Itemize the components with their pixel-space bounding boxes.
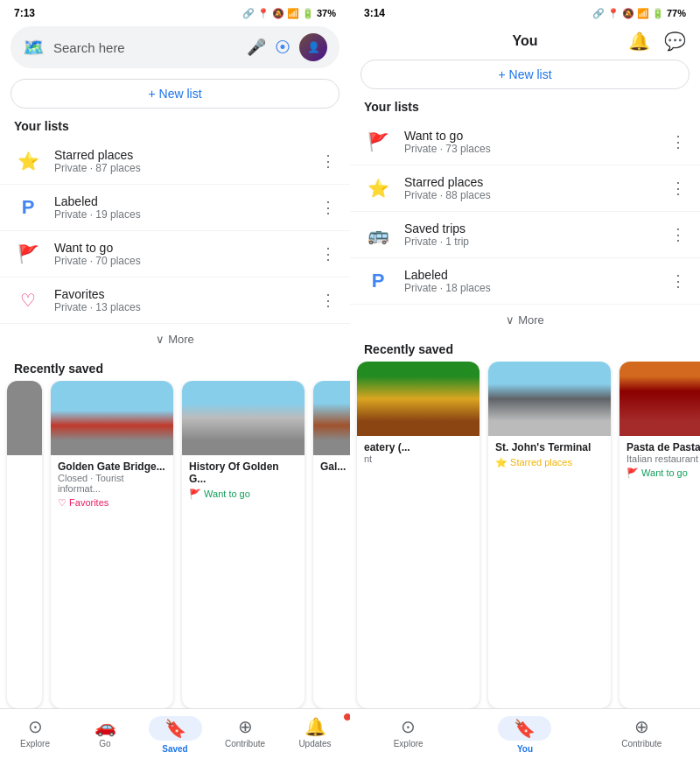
saved-card-eatery[interactable]: eatery (... nt: [357, 362, 480, 708]
nav-updates-left[interactable]: 🔔 Updates: [280, 714, 350, 755]
nav-contribute-left[interactable]: ⊕ Contribute: [210, 714, 280, 755]
list-name-trips-right: Saved trips: [404, 221, 658, 235]
card-body-golden-gate: Golden Gate Bridge... Closed · Tourist i…: [51, 455, 173, 514]
trips-icon-right: 🚌: [364, 221, 392, 249]
list-info-want-left: Want to go Private · 70 places: [54, 241, 308, 267]
nav-you-right[interactable]: 🔖 You: [466, 714, 583, 755]
saved-card-gallery-partial[interactable]: Gal...: [313, 381, 350, 708]
list-name-starred-right: Starred places: [404, 175, 658, 189]
status-icons-right: 🔗 📍 🔕 📶 🔋 77%: [592, 8, 686, 19]
more-button-right[interactable]: ∨ More: [350, 305, 700, 335]
bell-icon-right[interactable]: 🔔: [628, 31, 650, 52]
you-action-icons: 🔔 💬: [628, 31, 686, 52]
card-sub-pasta: Italian restaurant: [626, 453, 700, 464]
list-item-want-left[interactable]: 🚩 Want to go Private · 70 places ⋮: [0, 231, 350, 278]
list-more-want-left[interactable]: ⋮: [320, 244, 336, 264]
saved-card-terminal[interactable]: St. John's Terminal ⭐ Starred places: [488, 362, 611, 708]
list-sub-want-left: Private · 70 places: [54, 255, 308, 267]
card-img-terminal: [488, 362, 611, 436]
card-name-eatery: eatery (...: [364, 441, 472, 453]
favorites-icon-left: ♡: [14, 286, 42, 314]
status-bar-left: 7:13 🔗 📍 🔕 📶 🔋 37%: [0, 0, 350, 23]
lens-icon[interactable]: ⦿: [275, 39, 290, 57]
list-more-trips-right[interactable]: ⋮: [670, 225, 686, 244]
contribute-icon-left: ⊕: [238, 716, 253, 737]
nav-explore-left[interactable]: ⊙ Explore: [0, 714, 70, 755]
new-list-label-left: + New list: [148, 87, 201, 101]
new-list-label-right: + New list: [498, 67, 551, 81]
list-more-starred-left[interactable]: ⋮: [320, 151, 336, 171]
star-icon-left: ⭐: [14, 147, 42, 175]
list-item-starred-right[interactable]: ⭐ Starred places Private · 88 places ⋮: [350, 165, 700, 212]
card-img-eatery: [357, 362, 480, 436]
nav-explore-right[interactable]: ⊙ Explore: [350, 714, 466, 755]
new-list-button-left[interactable]: + New list: [10, 79, 340, 109]
labeled-icon-right: P: [364, 267, 392, 295]
list-info-starred-left: Starred places Private · 87 places: [54, 148, 308, 174]
list-info-labeled-left: Labeled Private · 19 places: [54, 194, 308, 221]
want-icon-right: 🚩: [364, 128, 392, 156]
card-name-terminal: St. John's Terminal: [495, 441, 604, 453]
saved-card-pasta[interactable]: Pasta de Pasta Italian restaurant 🚩 Want…: [620, 362, 700, 708]
go-icon-left: 🚗: [94, 716, 116, 737]
card-body-gallery: Gal...: [313, 455, 350, 478]
you-active-pill: 🔖: [498, 716, 551, 741]
card-name-gallery: Gal...: [320, 460, 350, 473]
new-list-button-right[interactable]: + New list: [360, 60, 690, 89]
card-body-terminal: St. John's Terminal ⭐ Starred places: [488, 436, 611, 474]
google-maps-logo: 🗺️: [23, 37, 45, 58]
card-tag-pasta: 🚩 Want to go: [626, 467, 700, 479]
list-item-labeled-left[interactable]: P Labeled Private · 19 places ⋮: [0, 185, 350, 231]
message-icon-right[interactable]: 💬: [664, 31, 686, 52]
list-more-favorites-left[interactable]: ⋮: [320, 291, 336, 310]
card-name-golden-gate: Golden Gate Bridge...: [58, 460, 166, 473]
list-sub-trips-right: Private · 1 trip: [404, 235, 658, 248]
list-item-trips-right[interactable]: 🚌 Saved trips Private · 1 trip ⋮: [350, 212, 700, 258]
time-left: 7:13: [14, 7, 35, 19]
mic-icon[interactable]: 🎤: [247, 38, 266, 57]
you-icon-right: 🔖: [514, 718, 536, 739]
you-label-right: You: [517, 744, 533, 754]
search-input-placeholder[interactable]: Search here: [53, 40, 238, 55]
battery-right: 77%: [667, 8, 686, 18]
list-sub-starred-right: Private · 88 places: [404, 189, 658, 201]
nav-contribute-right[interactable]: ⊕ Contribute: [584, 714, 700, 755]
bottom-nav-right: ⊙ Explore 🔖 You ⊕ Contribute: [350, 708, 700, 759]
card-tag-golden-gate: ♡ Favorites: [58, 497, 166, 509]
list-name-labeled-right: Labeled: [404, 268, 658, 282]
list-item-labeled-right[interactable]: P Labeled Private · 18 places ⋮: [350, 258, 700, 305]
list-more-labeled-right[interactable]: ⋮: [670, 271, 686, 291]
contribute-label-right: Contribute: [621, 739, 662, 748]
contribute-label-left: Contribute: [225, 739, 265, 748]
card-img-golden-gate: [51, 381, 173, 455]
list-info-labeled-right: Labeled Private · 18 places: [404, 268, 658, 294]
list-item-starred-left[interactable]: ⭐ Starred places Private · 87 places ⋮: [0, 138, 350, 185]
more-button-left[interactable]: ∨ More: [0, 324, 350, 355]
avatar-icon[interactable]: 👤: [299, 33, 327, 61]
card-body-pasta: Pasta de Pasta Italian restaurant 🚩 Want…: [620, 436, 700, 484]
star-icon-right: ⭐: [364, 174, 392, 202]
card-sub-golden-gate: Closed · Tourist informat...: [58, 473, 166, 494]
list-item-want-right[interactable]: 🚩 Want to go Private · 73 places ⋮: [350, 119, 700, 165]
list-item-favorites-left[interactable]: ♡ Favorites Private · 13 places ⋮: [0, 278, 350, 324]
list-name-favorites-left: Favorites: [54, 287, 308, 301]
lists-right: 🚩 Want to go Private · 73 places ⋮ ⭐ Sta…: [350, 119, 700, 305]
list-info-trips-right: Saved trips Private · 1 trip: [404, 221, 658, 248]
saved-card-golden-gate[interactable]: Golden Gate Bridge... Closed · Tourist i…: [51, 381, 173, 708]
list-sub-labeled-right: Private · 18 places: [404, 282, 658, 294]
saved-card-history[interactable]: History Of Golden G... 🚩 Want to go: [182, 381, 304, 708]
status-bar-right: 3:14 🔗 📍 🔕 📶 🔋 77%: [350, 0, 700, 23]
go-label-left: Go: [99, 739, 110, 748]
recently-saved-title-left: Recently saved: [0, 355, 350, 381]
saved-label-left: Saved: [162, 744, 187, 754]
nav-go-left[interactable]: 🚗 Go: [70, 714, 140, 755]
updates-label-left: Updates: [298, 739, 331, 748]
your-lists-title-left: Your lists: [0, 116, 350, 138]
card-body-eatery: eatery (... nt: [357, 436, 480, 473]
battery-left: 37%: [317, 8, 336, 18]
list-more-labeled-left[interactable]: ⋮: [320, 198, 336, 217]
nav-saved-left[interactable]: 🔖 Saved: [140, 714, 210, 755]
list-more-starred-right[interactable]: ⋮: [670, 179, 686, 198]
search-bar[interactable]: 🗺️ Search here 🎤 ⦿ 👤: [10, 26, 340, 68]
list-more-want-right[interactable]: ⋮: [670, 132, 686, 151]
